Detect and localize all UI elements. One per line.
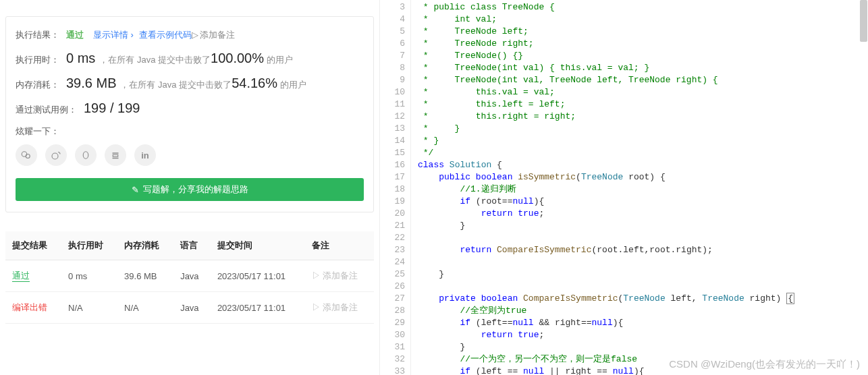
pencil-icon: ✎ — [132, 185, 139, 195]
scrollbar-thumb[interactable] — [860, 0, 867, 42]
line-number: 18 — [380, 183, 405, 196]
line-number: 10 — [380, 86, 405, 98]
code-line: //全空则为true — [418, 305, 868, 317]
code-line: //一个为空，另一个不为空，则一定是false — [418, 353, 868, 366]
linkedin-icon[interactable]: in — [134, 144, 156, 166]
table-row[interactable]: 编译出错N/AN/AJava2023/05/17 11:01▷ 添加备注 — [5, 292, 374, 324]
line-number: 27 — [380, 293, 405, 305]
submission-time: 0 ms — [61, 260, 117, 292]
share-icons: in — [16, 144, 364, 166]
svg-rect-5 — [113, 154, 118, 156]
code-line: private boolean CompareIsSymmetric(TreeN… — [418, 293, 868, 305]
line-number: 14 — [380, 135, 405, 147]
svg-point-1 — [26, 154, 30, 158]
line-number: 9 — [380, 74, 405, 86]
exec-time-value: 0 ms — [66, 51, 95, 66]
code-line: return true; — [418, 208, 868, 220]
mem-pct: 54.16% — [232, 76, 277, 91]
line-number: 32 — [380, 353, 405, 366]
table-row[interactable]: 通过0 ms39.6 MBJava2023/05/17 11:01▷ 添加备注 — [5, 260, 374, 292]
write-solution-button[interactable]: ✎ 写题解，分享我的解题思路 — [16, 178, 364, 201]
line-gutter: 3456789101112131415161718192021222324252… — [380, 0, 411, 375]
line-number: 12 — [380, 111, 405, 123]
submission-status[interactable]: 编译出错 — [12, 302, 47, 312]
add-note-cell[interactable]: ▷ 添加备注 — [305, 260, 374, 292]
code-line: if (left==null && right==null){ — [418, 317, 868, 329]
flag-icon: ▷ — [192, 30, 198, 40]
result-label: 执行结果： — [16, 29, 59, 41]
code-line: * public class TreeNode { — [418, 1, 868, 13]
mem-mid: ，在所有 Java 提交中击败了 — [120, 79, 232, 91]
code-line: return CompareIsSymmetric(root.left,root… — [418, 244, 868, 256]
code-line: * this.right = right; — [418, 111, 868, 123]
submission-ts: 2023/05/17 11:01 — [211, 292, 305, 324]
mem-tail: 的用户 — [280, 79, 306, 91]
line-number: 4 — [380, 13, 405, 26]
code-line — [418, 281, 868, 293]
submissions-table: 提交结果 执行用时 内存消耗 语言 提交时间 备注 通过0 ms39.6 MBJ… — [5, 231, 374, 324]
code-line: } — [418, 268, 868, 281]
code-line: //1.递归判断 — [418, 183, 868, 196]
th-lang: 语言 — [173, 231, 211, 260]
line-number: 16 — [380, 159, 405, 171]
code-line: * } — [418, 123, 868, 135]
code-line: * } — [418, 135, 868, 147]
status-badge: 通过 — [66, 29, 84, 41]
line-number: 3 — [380, 1, 405, 13]
submission-status[interactable]: 通过 — [12, 270, 30, 282]
line-number: 5 — [380, 26, 405, 38]
example-code-link[interactable]: 查看示例代码 — [139, 29, 192, 41]
submission-mem: 39.6 MB — [117, 260, 173, 292]
submission-time: N/A — [61, 292, 117, 324]
th-mem: 内存消耗 — [117, 231, 173, 260]
code-line: * TreeNode right; — [418, 38, 868, 50]
mem-value: 39.6 MB — [66, 76, 116, 91]
code-line: return true; — [418, 329, 868, 341]
line-number: 31 — [380, 341, 405, 353]
line-number: 20 — [380, 208, 405, 220]
line-number: 15 — [380, 147, 405, 159]
line-number: 26 — [380, 281, 405, 293]
code-line: } — [418, 220, 868, 232]
code-line: * TreeNode(int val) { this.val = val; } — [418, 62, 868, 74]
svg-point-2 — [52, 153, 58, 159]
code-line: * this.left = left; — [418, 98, 868, 111]
flag-icon: ▷ — [312, 270, 321, 281]
code-line: } — [418, 341, 868, 353]
submission-lang: Java — [173, 292, 211, 324]
exec-time-pct: 100.00% — [211, 51, 264, 66]
share-label: 炫耀一下： — [16, 125, 364, 138]
th-time: 执行用时 — [61, 231, 117, 260]
code-editor[interactable]: 3456789101112131415161718192021222324252… — [380, 0, 868, 375]
line-number: 25 — [380, 268, 405, 281]
cases-row: 通过测试用例： 199 / 199 — [16, 100, 364, 116]
line-number: 33 — [380, 366, 405, 375]
submission-mem: N/A — [117, 292, 173, 324]
time-row: 执行用时： 0 ms ，在所有 Java 提交中击败了 100.00% 的用户 — [16, 51, 364, 66]
qq-icon[interactable] — [75, 144, 97, 166]
douban-icon[interactable] — [105, 144, 126, 166]
line-number: 30 — [380, 329, 405, 341]
line-number: 13 — [380, 123, 405, 135]
line-number: 22 — [380, 232, 405, 244]
code-area[interactable]: * public class TreeNode { * int val; * T… — [411, 0, 868, 375]
weibo-icon[interactable] — [45, 144, 67, 166]
add-note-button[interactable]: ▷添加备注 — [192, 29, 235, 41]
wechat-icon[interactable] — [16, 144, 37, 166]
code-line: * this.val = val; — [418, 86, 868, 98]
status-row: 执行结果： 通过 显示详情 › 查看示例代码 ▷添加备注 — [16, 29, 364, 41]
show-detail-link[interactable]: 显示详情 › — [93, 29, 134, 41]
line-number: 23 — [380, 244, 405, 256]
cases-value: 199 / 199 — [84, 100, 140, 116]
mem-label: 内存消耗： — [16, 79, 59, 91]
result-card: 执行结果： 通过 显示详情 › 查看示例代码 ▷添加备注 执行用时： 0 ms … — [5, 16, 374, 212]
code-line: * int val; — [418, 13, 868, 26]
exec-time-mid: ，在所有 Java 提交中击败了 — [99, 54, 211, 66]
code-line — [418, 232, 868, 244]
line-number: 8 — [380, 62, 405, 74]
th-ts: 提交时间 — [211, 231, 305, 260]
th-status: 提交结果 — [5, 231, 61, 260]
add-note-cell[interactable]: ▷ 添加备注 — [305, 292, 374, 324]
code-line: * TreeNode() {} — [418, 50, 868, 62]
line-number: 11 — [380, 98, 405, 111]
